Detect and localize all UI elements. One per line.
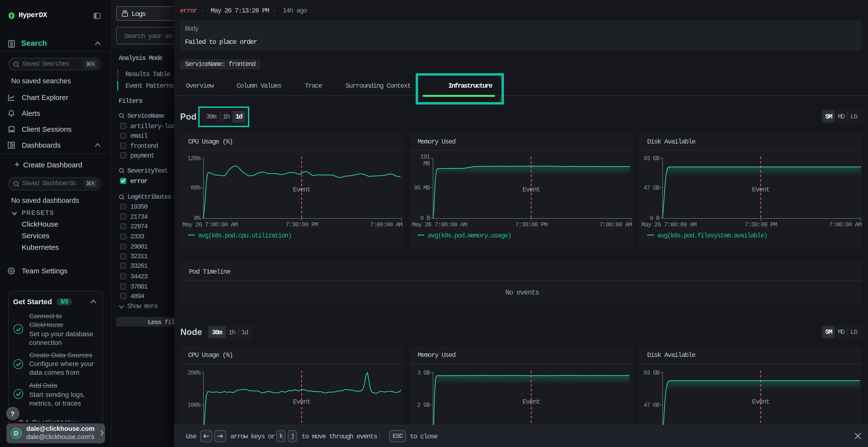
svg-text:2 GB: 2 GB [417,402,430,409]
svg-text:7:00:00 AM: 7:00:00 AM [599,221,632,228]
svg-text:7:30:00 PM: 7:30:00 PM [515,221,548,228]
svg-text:3 GB: 3 GB [417,369,430,376]
svg-text:0 B: 0 B [420,215,430,221]
svg-text:7:30:00 PM: 7:30:00 PM [745,221,777,228]
svg-text:0 B: 0 B [650,215,660,221]
svg-text:Event: Event [293,186,310,193]
svg-text:7:00:00 AM: 7:00:00 AM [829,221,862,228]
svg-text:7:30:00 PM: 7:30:00 PM [285,221,318,228]
svg-text:93 GB: 93 GB [644,369,660,376]
svg-text:120%: 120% [188,155,201,162]
svg-text:47 GB: 47 GB [644,184,660,191]
svg-text:191: 191 [420,153,430,160]
svg-text:95 MB: 95 MB [414,184,430,191]
svg-text:93 GB: 93 GB [644,155,660,162]
svg-text:7:00:00 AM: 7:00:00 AM [370,221,402,228]
svg-text:60%: 60% [191,184,201,191]
svg-text:May 26 7:00:00 AM: May 26 7:00:00 AM [412,221,467,228]
svg-text:200%: 200% [188,369,201,376]
svg-text:MB: MB [424,160,430,167]
svg-text:100%: 100% [188,402,201,409]
svg-text:Event: Event [293,398,310,405]
svg-text:0%: 0% [194,215,201,221]
svg-text:May 26 7:00:00 AM: May 26 7:00:00 AM [182,221,237,228]
svg-text:47 GB: 47 GB [644,402,660,409]
svg-text:May 26 7:00:00 AM: May 26 7:00:00 AM [641,221,696,228]
